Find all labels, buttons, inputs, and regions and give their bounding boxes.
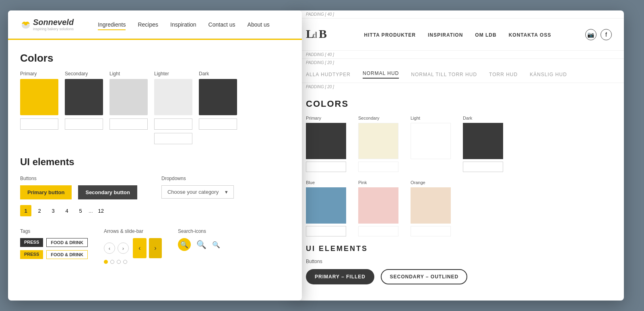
- padding-top-label: PADDING [ 40 ]: [294, 10, 624, 19]
- secondary-button[interactable]: Secondary button: [78, 185, 137, 199]
- color-lighter-label: Lighter: [154, 71, 192, 77]
- right-color-orange-input[interactable]: [411, 226, 451, 236]
- nav-inspiration[interactable]: INSPIRATION: [428, 31, 463, 38]
- left-logo-text: Sonneveld: [33, 18, 74, 27]
- yellow-arrows: ‹ ›: [133, 238, 162, 258]
- arrows-col: Arrows & slide-bar ‹ › ‹ ›: [104, 228, 162, 264]
- right-nav-links: HITTA PRODUKTER INSPIRATION OM LDB KONTA…: [364, 31, 551, 38]
- search-icon-medium[interactable]: 🔍: [196, 240, 206, 249]
- search-col: Search-icons 🔍 🔍 🔍: [178, 228, 220, 251]
- instagram-icon[interactable]: 📷: [585, 29, 597, 40]
- nav-item-inspiration[interactable]: Inspiration: [170, 21, 196, 28]
- page-12[interactable]: 12: [95, 205, 107, 216]
- right-color-pink-input[interactable]: [358, 226, 398, 236]
- colors-section-title: Colors: [20, 52, 290, 64]
- nav-kontakta[interactable]: KONTAKTA OSS: [509, 31, 551, 38]
- left-logo-subtext: inspiring bakery solutions: [33, 27, 74, 31]
- dropdowns-col: Dropdowns Choose your category ▾: [161, 176, 234, 199]
- search-icon-small[interactable]: 🔍: [212, 241, 220, 249]
- tag-food-yellow-outline[interactable]: FOOD & DRINK: [46, 250, 88, 259]
- right-nav: L d B HITTA PRODUKTER INSPIRATION OM LDB…: [294, 19, 624, 51]
- primary-button[interactable]: Primary button: [20, 185, 72, 199]
- page-5[interactable]: 5: [75, 205, 86, 216]
- sub-nav-kanslig[interactable]: KÄNSLIG HUD: [530, 72, 567, 77]
- color-primary: Primary: [20, 71, 58, 144]
- dropdown-select[interactable]: Choose your category ▾: [161, 185, 234, 199]
- color-light-input[interactable]: [109, 118, 148, 130]
- right-color-blue-input[interactable]: [306, 226, 346, 236]
- buttons-row: Primary button Secondary button: [20, 185, 137, 199]
- arrow-right-yellow[interactable]: ›: [149, 238, 162, 258]
- right-color-secondary-swatch: [358, 123, 398, 159]
- dropdown-placeholder: Choose your category: [167, 189, 219, 195]
- facebook-icon[interactable]: f: [601, 29, 612, 40]
- pagination: 1 2 3 4 5 ... 12: [20, 205, 137, 216]
- page-3[interactable]: 3: [47, 205, 59, 216]
- color-dark-input[interactable]: [199, 118, 237, 130]
- ldb-logo-icon: L d B: [306, 25, 330, 41]
- arrow-left-yellow[interactable]: ‹: [133, 238, 147, 258]
- page-1[interactable]: 1: [20, 205, 31, 216]
- sub-nav-normal[interactable]: NORMAL HUD: [363, 70, 399, 79]
- tags-col: Tags PRESS FOOD & DRINK PRESS FOOD & DRI…: [20, 228, 88, 259]
- nav-item-about[interactable]: About us: [248, 21, 270, 28]
- right-color-light-label: Light: [411, 116, 455, 120]
- color-lighter-input[interactable]: [154, 118, 192, 130]
- right-buttons-label: Buttons: [306, 259, 612, 264]
- right-color-blue-swatch: [306, 187, 346, 224]
- ui-row: Buttons Primary button Secondary button …: [20, 176, 290, 216]
- color-dark: Dark: [199, 71, 237, 144]
- nav-om-ldb[interactable]: OM LDB: [475, 31, 496, 38]
- tag-press-yellow[interactable]: PRESS: [20, 250, 43, 259]
- right-color-dark-input[interactable]: [463, 162, 503, 172]
- padding-sub-top-label: PADDING [ 20 ]: [294, 59, 624, 66]
- left-content: Colors Primary Secondary Light: [8, 40, 302, 276]
- tag-food-outline[interactable]: FOOD & DRINK: [46, 238, 88, 247]
- right-color-pink: Pink: [358, 180, 402, 236]
- right-buttons-row: PRIMARY – FILLED SECONDARY – OUTLINED: [306, 269, 612, 284]
- left-nav-links: Ingredients Recipes Inspiration Contact …: [98, 21, 270, 28]
- circle-arrows: ‹ ›: [104, 243, 129, 254]
- right-colors-row1: Primary Secondary Light Dark: [306, 116, 612, 172]
- dot-3: [123, 260, 127, 264]
- color-secondary-label: Secondary: [65, 71, 103, 77]
- nav-item-recipes[interactable]: Recipes: [138, 21, 158, 28]
- nav-item-ingredients[interactable]: Ingredients: [98, 21, 126, 28]
- right-primary-button[interactable]: PRIMARY – FILLED: [306, 269, 374, 284]
- right-color-dark-label: Dark: [463, 116, 507, 120]
- nav-item-contact[interactable]: Contact us: [208, 21, 235, 28]
- right-secondary-button[interactable]: SECONDARY – OUTLINED: [381, 269, 467, 284]
- right-color-pink-swatch: [358, 187, 398, 224]
- ui-section-title: UI elements: [20, 156, 290, 168]
- right-color-light-swatch: [411, 123, 451, 159]
- right-color-primary-input[interactable]: [306, 162, 346, 172]
- color-secondary-input[interactable]: [65, 118, 103, 130]
- right-sub-nav: ALLA HUDTYPER NORMAL HUD NORMAL TILL TOR…: [294, 66, 624, 83]
- color-dark-swatch: [199, 79, 237, 115]
- color-lighter-input-2[interactable]: [154, 133, 192, 144]
- arrow-right-circle[interactable]: ›: [118, 243, 129, 254]
- left-screen: Sonneveld inspiring bakery solutions Ing…: [8, 10, 302, 301]
- left-nav: Sonneveld inspiring bakery solutions Ing…: [8, 10, 302, 39]
- buttons-col: Buttons Primary button Secondary button …: [20, 176, 137, 216]
- right-color-blue-label: Blue: [306, 180, 350, 185]
- right-content: COLORS Primary Secondary Light: [294, 91, 624, 296]
- sub-nav-normal-torr[interactable]: NORMAL TILL TORR HUD: [411, 72, 477, 77]
- tag-press-dark[interactable]: PRESS: [20, 238, 43, 247]
- sub-nav-alla[interactable]: ALLA HUDTYPER: [306, 72, 351, 77]
- left-logo: Sonneveld inspiring bakery solutions: [20, 18, 74, 31]
- search-icon-large[interactable]: 🔍: [178, 238, 191, 251]
- color-primary-input[interactable]: [20, 118, 58, 130]
- page-4[interactable]: 4: [61, 205, 72, 216]
- right-color-secondary-input[interactable]: [358, 162, 398, 172]
- color-lighter: Lighter: [154, 71, 192, 144]
- color-secondary-swatch: [65, 79, 103, 115]
- padding-mid-label: PADDING [ 40 ]: [294, 51, 624, 59]
- page-2[interactable]: 2: [34, 205, 45, 216]
- right-color-primary-label: Primary: [306, 116, 350, 120]
- right-color-orange-label: Orange: [411, 180, 455, 185]
- sub-nav-torr[interactable]: TORR HUD: [489, 72, 518, 77]
- arrow-left-circle[interactable]: ‹: [104, 243, 115, 254]
- svg-text:B: B: [319, 27, 327, 40]
- nav-hitta[interactable]: HITTA PRODUKTER: [364, 31, 416, 38]
